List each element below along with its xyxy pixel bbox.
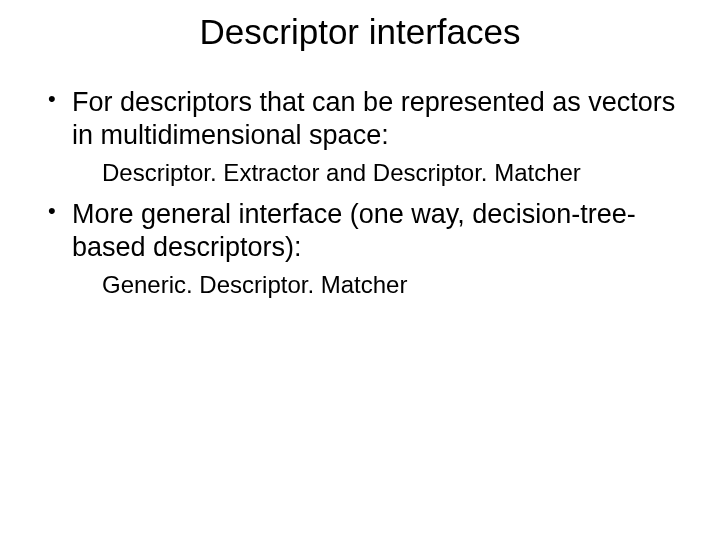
- code-ref: Descriptor. Extractor: [102, 159, 319, 186]
- bullet-sub: Descriptor. Extractor and Descriptor. Ma…: [72, 158, 676, 188]
- bullet-sub: Generic. Descriptor. Matcher: [72, 270, 676, 300]
- bullet-item: More general interface (one way, decisio…: [44, 198, 676, 300]
- bullet-item: For descriptors that can be represented …: [44, 86, 676, 188]
- bullet-text: For descriptors that can be represented …: [72, 87, 675, 150]
- bullet-list: For descriptors that can be represented …: [44, 86, 676, 300]
- code-ref: Generic. Descriptor. Matcher: [102, 271, 407, 298]
- bullet-text: More general interface (one way, decisio…: [72, 199, 636, 262]
- code-ref: Descriptor. Matcher: [373, 159, 581, 186]
- slide-title: Descriptor interfaces: [44, 12, 676, 52]
- separator-text: and: [319, 159, 372, 186]
- slide: Descriptor interfaces For descriptors th…: [0, 0, 720, 540]
